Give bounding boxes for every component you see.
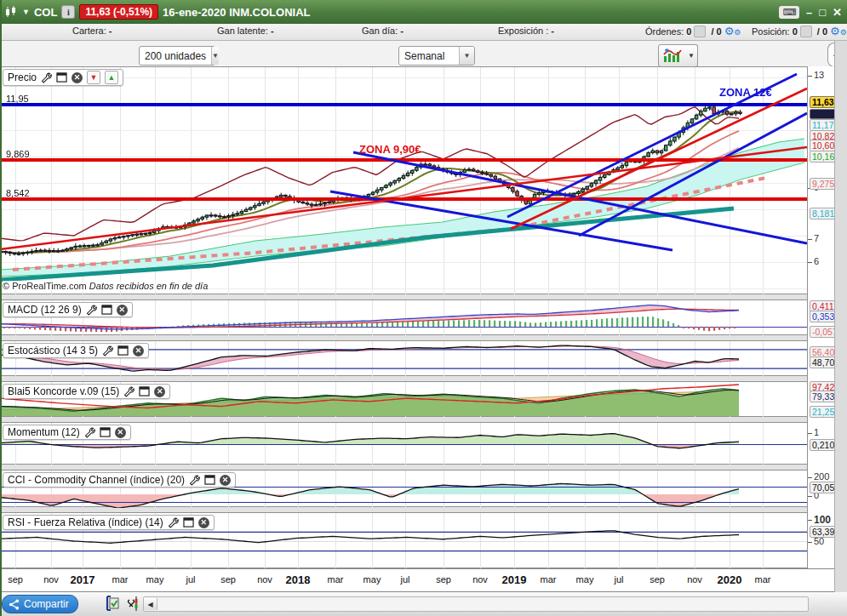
account-bar: Cartera:-Gan latente:-Gan día:-Exposició… [0,24,847,41]
time-axis-label: jul [400,574,409,585]
window-title: 16-ene-2020 INM.COLONIAL [163,6,310,19]
panel-cci[interactable]: CCI - Commodity Channel (índice) (20) ✕ [0,470,807,507]
chart-type-dropdown[interactable]: ▼ [685,44,698,67]
price-level-label: 11,95 [5,94,30,104]
momentum-panel-header: Momentum (12) ✕ [3,425,131,440]
close-icon[interactable]: ✕ [133,345,144,356]
share-button[interactable]: Compartir [2,595,78,613]
close-icon[interactable]: ✕ [154,386,165,397]
close-button[interactable]: ✕ [833,6,842,19]
copyright-label: © ProRealTime.com [3,281,87,291]
keyboard-icon[interactable]: ⌨ [779,6,799,19]
time-axis-label: sep [220,574,236,585]
panel-title: Momentum (12) [8,426,80,438]
move-down-icon[interactable]: ▼ [87,71,100,84]
time-axis-label: 2018 [286,573,311,586]
window-left-edge [0,0,2,616]
chevron-down-icon[interactable]: ▼ [211,47,219,65]
price-level-label: 9,869 [5,149,31,159]
window-icon[interactable] [117,345,129,356]
time-axis-label: nov [257,574,272,585]
units-select[interactable]: 200 unidades ▼ [139,46,215,66]
wrench-icon[interactable] [123,386,134,397]
close-icon[interactable]: ✕ [220,475,231,486]
panel-title: Blai5 Koncorde v.09 (15) [8,385,119,397]
koncorde-panel-header: Blai5 Koncorde v.09 (15) ✕ [3,384,170,399]
chart-toolbar: 200 unidades ▼ Semanal ▼ ▼ [0,41,847,66]
candlestick-icon[interactable] [5,6,18,18]
chart-zone: Precio ✕ ▼ ▲ 11,959,8698,542ZONA 12€ZONA… [0,66,847,568]
wrench-icon[interactable] [168,517,179,528]
time-axis-label: may [363,574,381,585]
panel-macd[interactable]: MACD (12 26 9) ✕ [0,299,807,335]
list-icon[interactable] [694,26,706,37]
scroll-left-icon[interactable]: ◀ [144,598,157,610]
panel-precio[interactable]: Precio ✕ ▼ ▲ 11,959,8698,542ZONA 12€ZONA… [0,66,807,294]
gear-icon[interactable]: ⚙⚙ [724,26,741,37]
price-label: 11,63 [810,96,837,108]
period-select[interactable]: Semanal ▼ [398,46,475,66]
time-axis-label: 2019 [502,573,527,586]
account-item: Posición:0 / 0⚙⚙ [752,26,847,37]
time-axis-label: mar [328,574,344,585]
window-icon[interactable] [56,72,67,83]
window-icon[interactable] [101,305,112,316]
share-icon [9,599,20,610]
panel-koncorde[interactable]: Blai5 Koncorde v.09 (15) ✕ [0,381,807,417]
candlestick-tool-icon[interactable] [124,595,141,612]
panel-title: CCI - Commodity Channel (índice) (20) [8,474,185,486]
close-icon[interactable]: ✕ [72,72,83,83]
price-chart-canvas[interactable] [0,67,807,295]
panel-rsi[interactable]: RSI - Fuerza Relativa (índice) (14) ✕ [0,512,807,568]
panel-title: RSI - Fuerza Relativa (índice) (14) [8,516,163,528]
data-note: Datos recibidos en fin de día [89,281,208,291]
chart-check-icon[interactable] [104,595,121,612]
panel-estocastico[interactable]: Estocástico (14 3 5) ✕ [0,340,807,376]
chart-type-button[interactable] [658,44,687,67]
units-select-value: 200 unidades [140,50,211,62]
time-axis-label: may [576,574,594,585]
wrench-icon[interactable] [86,305,97,316]
time-axis-label: mar [755,574,771,585]
wrench-icon[interactable] [84,427,95,438]
axis-tick: 13 [808,70,824,80]
period-select-value: Semanal [399,50,459,62]
symbol-dropdown-caret[interactable]: ▼ [22,8,30,16]
minimize-button[interactable]: – [806,6,812,19]
info-icon[interactable]: i [61,5,75,19]
time-axis-label: nov [472,574,488,585]
time-axis-label: nov [43,574,59,585]
panel-momentum[interactable]: Momentum (12) ✕ [0,422,807,465]
move-up-icon[interactable]: ▲ [105,71,118,84]
window-icon[interactable] [183,517,194,528]
axis-tick: 7 [808,233,819,243]
account-item: Gan día:- [362,26,403,36]
wrench-icon[interactable] [41,72,52,83]
time-axis-label: sep [650,574,665,585]
chevron-down-icon[interactable]: ▼ [459,47,474,65]
time-axis-label: may [146,574,164,585]
wrench-icon[interactable] [189,475,200,486]
window-icon[interactable] [204,475,215,486]
time-axis: sepnov2017marmayjulsepnov2018marmayjulse… [0,568,834,592]
axis-tick: 100 [808,514,831,526]
window-icon[interactable] [100,427,111,438]
list-icon[interactable] [800,26,812,37]
panel-title: Precio [8,71,37,83]
account-item: Órdenes:0 / 0⚙⚙ [645,26,741,37]
account-item: Gan latente:- [217,26,274,36]
time-axis-label: sep [436,574,451,585]
wrench-icon[interactable] [102,345,113,356]
close-icon[interactable]: ✕ [117,305,128,316]
symbol-code: COL [34,6,57,19]
gear-icon[interactable]: ⚙⚙ [830,26,847,37]
bottom-bar: Compartir ◀ [0,592,847,616]
account-item: Cartera:- [72,26,112,36]
price-badge: 11,63 (-0,51%) [79,4,158,20]
close-icon[interactable]: ✕ [198,517,209,528]
price-level-label: 8,542 [5,188,31,198]
horizontal-scrollbar[interactable]: ◀ [143,596,809,612]
window-icon[interactable] [139,386,150,397]
maximize-button[interactable]: □ [819,6,826,19]
close-icon[interactable]: ✕ [115,427,126,438]
